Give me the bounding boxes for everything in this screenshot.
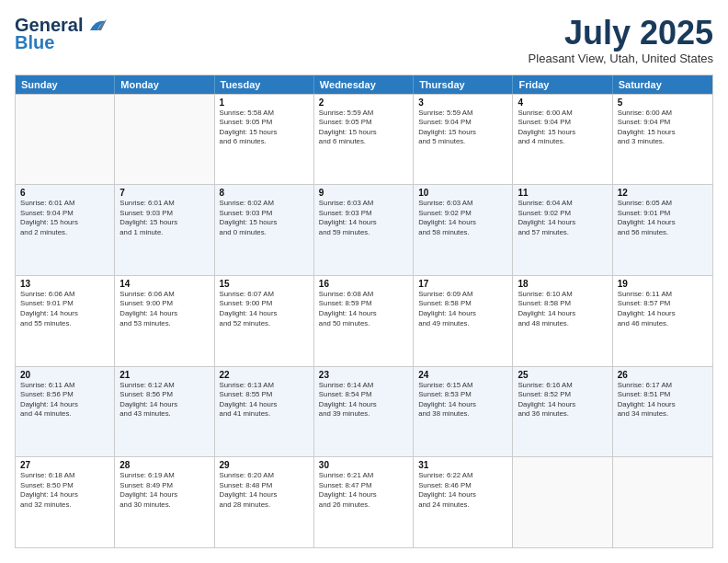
day-number: 23 xyxy=(319,370,408,380)
day-number: 1 xyxy=(220,98,309,108)
day-number: 28 xyxy=(119,460,209,470)
day-info: Sunrise: 6:22 AM Sunset: 8:46 PM Dayligh… xyxy=(418,471,507,510)
day-number: 26 xyxy=(618,370,708,380)
calendar-body: 1Sunrise: 5:58 AM Sunset: 9:05 PM Daylig… xyxy=(16,94,712,547)
location-subtitle: Pleasant View, Utah, United States xyxy=(529,52,713,65)
day-info: Sunrise: 6:17 AM Sunset: 8:51 PM Dayligh… xyxy=(618,381,708,419)
day-number: 30 xyxy=(319,460,408,470)
day-number: 27 xyxy=(20,460,109,470)
day-number: 31 xyxy=(418,460,507,470)
day-cell-4: 4Sunrise: 6:00 AM Sunset: 9:04 PM Daylig… xyxy=(513,95,612,185)
day-cell-3: 3Sunrise: 5:59 AM Sunset: 9:04 PM Daylig… xyxy=(414,95,513,185)
day-cell-23: 23Sunrise: 6:14 AM Sunset: 8:54 PM Dayli… xyxy=(314,367,414,457)
day-info: Sunrise: 6:19 AM Sunset: 8:49 PM Dayligh… xyxy=(119,471,209,510)
day-info: Sunrise: 6:06 AM Sunset: 9:00 PM Dayligh… xyxy=(119,290,209,328)
logo: General Blue xyxy=(15,15,107,53)
calendar-row-4: 20Sunrise: 6:11 AM Sunset: 8:56 PM Dayli… xyxy=(16,366,712,457)
day-cell-17: 17Sunrise: 6:09 AM Sunset: 8:58 PM Dayli… xyxy=(414,276,513,366)
day-info: Sunrise: 6:14 AM Sunset: 8:54 PM Dayligh… xyxy=(319,381,408,419)
weekday-header-tuesday: Tuesday xyxy=(215,75,314,94)
day-cell-12: 12Sunrise: 6:05 AM Sunset: 9:01 PM Dayli… xyxy=(613,185,712,275)
day-cell-20: 20Sunrise: 6:11 AM Sunset: 8:56 PM Dayli… xyxy=(16,367,115,457)
day-info: Sunrise: 6:09 AM Sunset: 8:58 PM Dayligh… xyxy=(418,290,507,328)
day-cell-21: 21Sunrise: 6:12 AM Sunset: 8:56 PM Dayli… xyxy=(115,367,214,457)
day-number: 24 xyxy=(418,370,507,380)
day-number: 10 xyxy=(418,188,507,198)
day-info: Sunrise: 6:21 AM Sunset: 8:47 PM Dayligh… xyxy=(319,471,408,510)
day-info: Sunrise: 6:07 AM Sunset: 9:00 PM Dayligh… xyxy=(220,290,309,328)
calendar-row-1: 1Sunrise: 5:58 AM Sunset: 9:05 PM Daylig… xyxy=(16,94,712,185)
day-cell-8: 8Sunrise: 6:02 AM Sunset: 9:03 PM Daylig… xyxy=(215,185,314,275)
logo-bird-icon xyxy=(86,17,107,34)
day-info: Sunrise: 6:00 AM Sunset: 9:04 PM Dayligh… xyxy=(518,109,607,147)
day-number: 13 xyxy=(20,279,109,289)
day-info: Sunrise: 6:01 AM Sunset: 9:04 PM Dayligh… xyxy=(20,199,109,237)
weekday-header-thursday: Thursday xyxy=(414,75,513,94)
day-cell-16: 16Sunrise: 6:08 AM Sunset: 8:59 PM Dayli… xyxy=(314,276,414,366)
day-number: 20 xyxy=(20,370,109,380)
day-info: Sunrise: 6:08 AM Sunset: 8:59 PM Dayligh… xyxy=(319,290,408,328)
title-area: July 2025 Pleasant View, Utah, United St… xyxy=(529,15,713,65)
day-cell-25: 25Sunrise: 6:16 AM Sunset: 8:52 PM Dayli… xyxy=(513,367,612,457)
calendar-header: SundayMondayTuesdayWednesdayThursdayFrid… xyxy=(16,75,712,94)
day-number: 18 xyxy=(518,279,607,289)
day-number: 8 xyxy=(220,188,309,198)
empty-cell xyxy=(613,457,712,547)
day-info: Sunrise: 6:05 AM Sunset: 9:01 PM Dayligh… xyxy=(618,199,708,237)
day-info: Sunrise: 5:59 AM Sunset: 9:05 PM Dayligh… xyxy=(319,109,408,147)
day-number: 14 xyxy=(119,279,209,289)
day-number: 22 xyxy=(220,370,309,380)
day-cell-15: 15Sunrise: 6:07 AM Sunset: 9:00 PM Dayli… xyxy=(215,276,314,366)
day-number: 9 xyxy=(319,188,408,198)
weekday-header-sunday: Sunday xyxy=(16,75,115,94)
day-info: Sunrise: 6:16 AM Sunset: 8:52 PM Dayligh… xyxy=(518,381,607,419)
day-info: Sunrise: 6:20 AM Sunset: 8:48 PM Dayligh… xyxy=(220,471,309,510)
month-title: July 2025 xyxy=(529,15,713,52)
day-info: Sunrise: 6:02 AM Sunset: 9:03 PM Dayligh… xyxy=(220,199,309,237)
day-info: Sunrise: 6:01 AM Sunset: 9:03 PM Dayligh… xyxy=(119,199,209,237)
day-cell-9: 9Sunrise: 6:03 AM Sunset: 9:03 PM Daylig… xyxy=(314,185,414,275)
day-info: Sunrise: 6:11 AM Sunset: 8:56 PM Dayligh… xyxy=(20,381,109,419)
day-cell-27: 27Sunrise: 6:18 AM Sunset: 8:50 PM Dayli… xyxy=(16,457,115,547)
day-number: 21 xyxy=(119,370,209,380)
day-cell-18: 18Sunrise: 6:10 AM Sunset: 8:58 PM Dayli… xyxy=(513,276,612,366)
day-info: Sunrise: 5:59 AM Sunset: 9:04 PM Dayligh… xyxy=(418,109,507,147)
empty-cell xyxy=(115,95,214,185)
day-info: Sunrise: 5:58 AM Sunset: 9:05 PM Dayligh… xyxy=(220,109,309,147)
header: General Blue July 2025 Pleasant View, Ut… xyxy=(15,15,713,65)
day-cell-28: 28Sunrise: 6:19 AM Sunset: 8:49 PM Dayli… xyxy=(115,457,214,547)
page: General Blue July 2025 Pleasant View, Ut… xyxy=(0,0,728,563)
day-cell-24: 24Sunrise: 6:15 AM Sunset: 8:53 PM Dayli… xyxy=(414,367,513,457)
day-number: 16 xyxy=(319,279,408,289)
day-number: 11 xyxy=(518,188,607,198)
logo-blue: Blue xyxy=(15,32,54,53)
day-info: Sunrise: 6:15 AM Sunset: 8:53 PM Dayligh… xyxy=(418,381,507,419)
day-info: Sunrise: 6:06 AM Sunset: 9:01 PM Dayligh… xyxy=(20,290,109,328)
calendar-row-3: 13Sunrise: 6:06 AM Sunset: 9:01 PM Dayli… xyxy=(16,275,712,366)
day-cell-19: 19Sunrise: 6:11 AM Sunset: 8:57 PM Dayli… xyxy=(613,276,712,366)
day-cell-13: 13Sunrise: 6:06 AM Sunset: 9:01 PM Dayli… xyxy=(16,276,115,366)
weekday-header-wednesday: Wednesday xyxy=(314,75,414,94)
weekday-header-friday: Friday xyxy=(513,75,612,94)
day-info: Sunrise: 6:04 AM Sunset: 9:02 PM Dayligh… xyxy=(518,199,607,237)
day-cell-11: 11Sunrise: 6:04 AM Sunset: 9:02 PM Dayli… xyxy=(513,185,612,275)
day-cell-14: 14Sunrise: 6:06 AM Sunset: 9:00 PM Dayli… xyxy=(115,276,214,366)
day-cell-30: 30Sunrise: 6:21 AM Sunset: 8:47 PM Dayli… xyxy=(314,457,414,547)
day-info: Sunrise: 6:11 AM Sunset: 8:57 PM Dayligh… xyxy=(618,290,708,328)
day-number: 7 xyxy=(119,188,209,198)
day-number: 25 xyxy=(518,370,607,380)
day-cell-22: 22Sunrise: 6:13 AM Sunset: 8:55 PM Dayli… xyxy=(215,367,314,457)
day-cell-7: 7Sunrise: 6:01 AM Sunset: 9:03 PM Daylig… xyxy=(115,185,214,275)
day-cell-29: 29Sunrise: 6:20 AM Sunset: 8:48 PM Dayli… xyxy=(215,457,314,547)
day-info: Sunrise: 6:00 AM Sunset: 9:04 PM Dayligh… xyxy=(618,109,708,147)
day-number: 2 xyxy=(319,98,408,108)
day-number: 15 xyxy=(220,279,309,289)
day-number: 4 xyxy=(518,98,607,108)
weekday-header-monday: Monday xyxy=(115,75,214,94)
day-number: 29 xyxy=(220,460,309,470)
day-cell-2: 2Sunrise: 5:59 AM Sunset: 9:05 PM Daylig… xyxy=(314,95,414,185)
calendar-row-5: 27Sunrise: 6:18 AM Sunset: 8:50 PM Dayli… xyxy=(16,456,712,547)
weekday-header-saturday: Saturday xyxy=(613,75,712,94)
day-cell-5: 5Sunrise: 6:00 AM Sunset: 9:04 PM Daylig… xyxy=(613,95,712,185)
day-info: Sunrise: 6:10 AM Sunset: 8:58 PM Dayligh… xyxy=(518,290,607,328)
